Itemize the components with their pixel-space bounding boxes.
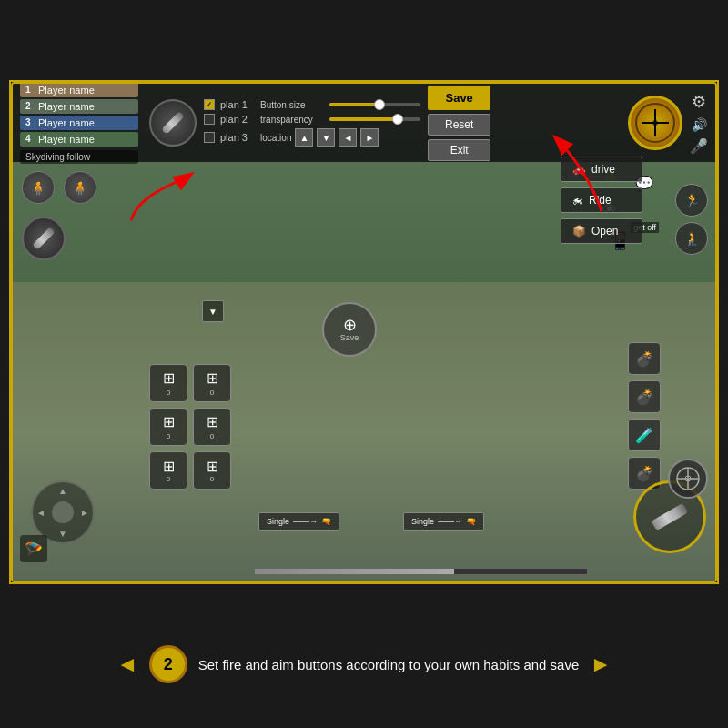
bullet-icon-left bbox=[32, 227, 55, 249]
step-badge: 2 bbox=[149, 645, 187, 683]
fire-mode-2-arrow: ——→ bbox=[438, 517, 462, 526]
dpad-arrow-down: ▼ bbox=[58, 529, 67, 539]
button-size-track[interactable] bbox=[329, 103, 420, 106]
medkit-count-5: 0 bbox=[167, 475, 170, 483]
fire-mode-1[interactable]: Single ——→ 🔫 bbox=[258, 512, 339, 531]
open-button[interactable]: 📦 Open bbox=[561, 218, 642, 244]
fire-mode-2[interactable]: Single ——→ 🔫 bbox=[403, 512, 484, 531]
medkit-4[interactable]: ⊞ 0 bbox=[193, 408, 231, 446]
left-panel: 🧍 🧍 ▲ ▼ ◄ ► 🪂 bbox=[13, 162, 104, 581]
plan-row-1: ✓ plan 1 Button size bbox=[204, 99, 420, 110]
medkits-area: ⊞ 0 ⊞ 0 ⊞ 0 ⊞ 0 ⊞ 0 ⊞ 0 bbox=[149, 364, 231, 490]
plan-row-3: plan 3 location ▲ ▼ ◄ ► bbox=[204, 128, 420, 147]
location-left[interactable]: ◄ bbox=[339, 128, 357, 147]
game-border-right bbox=[717, 82, 719, 582]
plan-3-checkbox[interactable] bbox=[204, 132, 215, 143]
dpad-arrows: ▲ ▼ ◄ ► bbox=[33, 482, 93, 542]
action-buttons: Save Reset Exit bbox=[428, 86, 490, 161]
game-border-bottom bbox=[9, 582, 719, 584]
ride-label: Ride bbox=[589, 194, 612, 207]
save-center-button[interactable]: ⊕ Save bbox=[322, 302, 377, 357]
save-center-label: Save bbox=[340, 333, 359, 342]
plan-1-checkbox[interactable]: ✓ bbox=[204, 99, 215, 110]
save-button[interactable]: Save bbox=[428, 86, 490, 110]
reset-button[interactable]: Reset bbox=[428, 114, 490, 136]
medkit-6[interactable]: ⊞ 0 bbox=[193, 451, 231, 490]
plan-2-label: plan 2 bbox=[220, 114, 255, 125]
parachute-icon[interactable]: 🪂 bbox=[20, 535, 47, 562]
dpad-arrow-up: ▲ bbox=[58, 486, 67, 496]
medkit-5[interactable]: ⊞ 0 bbox=[149, 451, 187, 490]
player-num-4: 4 bbox=[25, 134, 35, 144]
drive-button[interactable]: 🚗 drive bbox=[561, 157, 642, 182]
bullet-icon-top bbox=[161, 111, 184, 134]
gear-icon[interactable]: ⚙ bbox=[692, 92, 706, 112]
fire-mode-1-label: Single bbox=[267, 517, 289, 526]
medkit-3[interactable]: ⊞ 0 bbox=[149, 408, 187, 446]
button-size-row: Button size bbox=[260, 100, 420, 110]
medkit-count-2: 0 bbox=[210, 389, 214, 397]
location-row: location ▲ ▼ ◄ ► bbox=[260, 128, 379, 147]
action-menu: 🚗 drive 🏍 Ride 📦 Open bbox=[561, 157, 642, 244]
avatar-2: 🧍 bbox=[64, 171, 96, 204]
dpad-arrow-right: ► bbox=[80, 508, 89, 518]
expand-arrow[interactable]: ▼ bbox=[202, 300, 224, 322]
grenade-3[interactable]: 🧪 bbox=[628, 419, 661, 451]
run-button[interactable]: 🏃 bbox=[675, 184, 708, 217]
open-label: Open bbox=[592, 225, 618, 238]
player-item-2[interactable]: 2 Player name bbox=[20, 99, 138, 114]
medkit-2[interactable]: ⊞ 0 bbox=[193, 364, 231, 402]
medkit-icon-6: ⊞ bbox=[207, 458, 218, 475]
medkit-icon-1: ⊞ bbox=[163, 369, 175, 387]
prone-button[interactable]: 🧎 bbox=[675, 222, 708, 255]
transparency-thumb[interactable] bbox=[392, 114, 403, 125]
player-name-2: Player name bbox=[38, 101, 95, 112]
button-size-thumb[interactable] bbox=[374, 99, 385, 110]
location-up[interactable]: ▲ bbox=[295, 128, 313, 147]
player-name-1: Player name bbox=[38, 85, 95, 96]
scope-circle-top[interactable] bbox=[628, 96, 682, 150]
transparency-track[interactable] bbox=[329, 117, 420, 121]
drive-label: drive bbox=[592, 163, 615, 176]
button-size-label: Button size bbox=[260, 100, 326, 110]
medkit-icon-3: ⊞ bbox=[163, 413, 175, 430]
avatar-1: 🧍 bbox=[22, 171, 55, 204]
plan-2-checkbox[interactable] bbox=[204, 114, 215, 125]
player-num-2: 2 bbox=[25, 101, 35, 111]
volume-icon[interactable]: 🔊 bbox=[692, 117, 707, 132]
button-size-fill bbox=[329, 103, 379, 106]
game-area: 1 Player name 2 Player name 3 Player nam… bbox=[11, 82, 717, 582]
location-down[interactable]: ▼ bbox=[317, 128, 335, 147]
transparency-fill bbox=[329, 117, 398, 121]
medkit-1[interactable]: ⊞ 0 bbox=[149, 364, 187, 402]
avatar-row: 🧍 🧍 bbox=[22, 171, 96, 204]
ride-button[interactable]: 🏍 Ride bbox=[561, 187, 642, 213]
mic-icon[interactable]: 🎤 bbox=[690, 137, 708, 155]
player-item-1[interactable]: 1 Player name bbox=[20, 83, 138, 97]
grenade-2[interactable]: 💣 bbox=[628, 380, 661, 413]
instruction-text: Set fire and aim buttons according to yo… bbox=[198, 657, 580, 672]
plan-1-label: plan 1 bbox=[220, 99, 255, 110]
player-item-4[interactable]: 4 Player name bbox=[20, 132, 138, 147]
bullet-icon-br bbox=[652, 503, 689, 531]
plan-controls: ✓ plan 1 Button size plan 2 transparency bbox=[204, 99, 420, 147]
bottom-arrow-left-icon: ◄ bbox=[116, 652, 138, 677]
medkit-icon-4: ⊞ bbox=[207, 413, 218, 430]
plan-3-label: plan 3 bbox=[220, 132, 255, 143]
player-list: 1 Player name 2 Player name 3 Player nam… bbox=[20, 83, 138, 164]
player-name-3: Player name bbox=[38, 117, 95, 128]
location-right[interactable]: ► bbox=[360, 128, 379, 147]
player-item-3[interactable]: 3 Player name bbox=[20, 116, 138, 130]
exit-button[interactable]: Exit bbox=[428, 139, 490, 161]
medkit-count-3: 0 bbox=[167, 432, 170, 440]
player-num-3: 3 bbox=[25, 117, 35, 127]
grenade-icon-4: 💣 bbox=[635, 465, 653, 482]
grenade-1[interactable]: 💣 bbox=[628, 342, 661, 375]
medkit-count-1: 0 bbox=[167, 389, 170, 397]
medkit-count-4: 0 bbox=[210, 432, 214, 440]
scope-circle-br[interactable] bbox=[668, 459, 708, 499]
fire-mode-area: Single ——→ 🔫 Single ——→ 🔫 bbox=[258, 512, 484, 531]
settings-icons-area: ⚙ 🔊 🎤 bbox=[690, 92, 708, 155]
settings-panel: 1 Player name 2 Player name 3 Player nam… bbox=[13, 84, 715, 162]
bullet-circle-top bbox=[149, 99, 197, 147]
